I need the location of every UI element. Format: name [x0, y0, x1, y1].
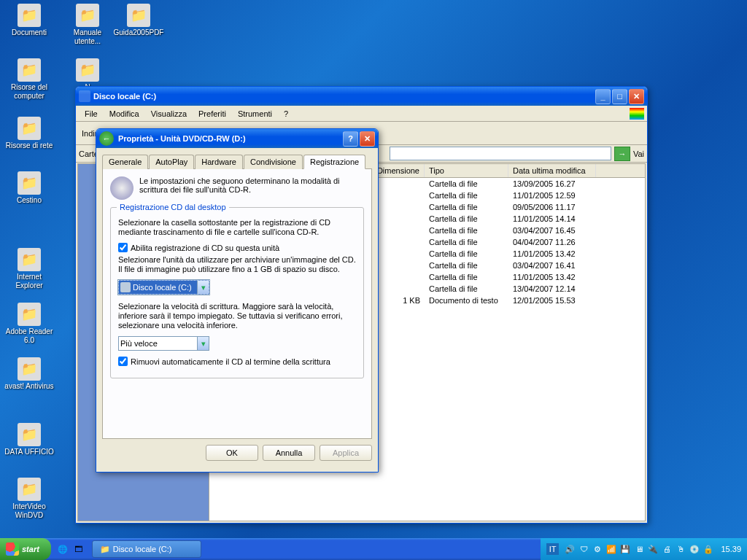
instruction-1: Selezionare la casella sottostante per l… [118, 218, 356, 237]
desktop-icon[interactable]: 📁Cestino [4, 171, 55, 205]
menu-favorites[interactable]: Preferiti [193, 108, 232, 120]
tray-icon[interactable]: 🔒 [703, 543, 714, 555]
tab-condivisione[interactable]: Condivisione [244, 155, 303, 169]
auto-eject-label: Rimuovi automaticamente il CD al termine… [131, 357, 330, 366]
desktop-icon[interactable]: 📁Risorse di rete [4, 117, 55, 150]
explorer-titlebar[interactable]: Disco locale (C:) _ □ ✕ [76, 87, 647, 106]
tab-generale[interactable]: Generale [102, 155, 148, 169]
chevron-down-icon[interactable] [197, 281, 209, 294]
staging-drive-combo[interactable]: Disco locale (C:) [118, 280, 209, 295]
show-desktop-icon[interactable]: 🗔 [71, 541, 86, 557]
auto-eject-checkbox[interactable]: Rimuovi automaticamente il CD al termine… [118, 357, 356, 366]
props-close-button[interactable]: ✕ [360, 131, 375, 147]
ie-icon[interactable]: 🌐 [55, 541, 70, 557]
go-label: Vai [633, 149, 644, 158]
auto-eject-input[interactable] [118, 357, 128, 366]
desktop-icon[interactable]: 📁Internet Explorer [4, 248, 55, 290]
tray-icon[interactable]: 🖥 [633, 543, 645, 555]
minimize-button[interactable]: _ [595, 89, 611, 104]
app-icon: 📁 [18, 303, 41, 326]
icon-label: Guida2005PDF [113, 28, 164, 37]
icon-label: Documenti [4, 28, 55, 37]
write-speed-combo[interactable]: Più veloce [118, 336, 209, 351]
start-label: start [22, 545, 39, 553]
tray-icon[interactable]: ⚙ [592, 543, 603, 555]
cell-type: Cartella di file [425, 237, 508, 247]
col-type[interactable]: Tipo [425, 164, 508, 177]
tray-icon[interactable]: 🖨 [661, 543, 673, 555]
props-titlebar[interactable]: ← Proprietà - Unità DVD/CD-RW (D:) ? ✕ [96, 129, 378, 148]
app-icon: 📁 [127, 4, 150, 27]
icon-label: DATA UFFICIO [4, 448, 55, 456]
icon-label: Internet Explorer [4, 273, 55, 290]
desktop-icon[interactable]: 📁avast! Antivirus [4, 357, 55, 391]
tray-icon[interactable]: 🖱 [675, 543, 686, 555]
desktop-icon[interactable]: 📁Adobe Reader 6.0 [4, 303, 55, 345]
ok-button[interactable]: OK [206, 445, 258, 461]
cancel-button[interactable]: Annulla [263, 445, 315, 461]
system-tray: IT 🔊 🛡 ⚙ 📶 💾 🖥 🔌 🖨 🖱 💿 🔒 15.39 [541, 538, 747, 560]
cell-date: 11/01/2005 13.42 [508, 249, 596, 259]
enable-recording-label: Abilita registrazione di CD su questa un… [131, 244, 279, 252]
menu-help[interactable]: ? [278, 108, 294, 120]
close-button[interactable]: ✕ [629, 89, 644, 104]
col-date[interactable]: Data ultima modifica [508, 164, 596, 177]
cell-type: Cartella di file [425, 260, 508, 271]
taskbar: start 🌐 🗔 📁 Disco locale (C:) IT 🔊 🛡 ⚙ 📶… [0, 538, 747, 560]
tab-hardware[interactable]: Hardware [195, 155, 243, 169]
desktop: 📁Documenti📁Manuale utente...📁Guida2005PD… [0, 0, 747, 538]
cell-type: Cartella di file [425, 249, 508, 259]
app-icon: 📁 [18, 357, 41, 381]
desktop-icon[interactable]: 📁DATA UFFICIO [4, 423, 55, 456]
desktop-icon[interactable]: 📁Documenti [4, 4, 55, 37]
tray-icon[interactable]: 🔊 [564, 543, 576, 555]
app-icon: 📁 [18, 478, 41, 501]
tab-autoplay[interactable]: AutoPlay [149, 155, 194, 169]
cell-date: 11/01/2005 12.59 [508, 190, 596, 201]
app-icon: 📁 [18, 58, 41, 82]
enable-recording-input[interactable] [118, 243, 128, 252]
staging-drive-value: Disco locale (C:) [133, 283, 192, 292]
address-input[interactable] [390, 147, 611, 160]
go-button[interactable]: → [614, 147, 630, 161]
icon-label: InterVideo WinDVD [4, 502, 55, 520]
tray-icon[interactable]: 📶 [605, 543, 617, 555]
desktop-icon[interactable]: 📁InterVideo WinDVD [4, 478, 55, 520]
props-title: Proprietà - Unità DVD/CD-RW (D:) [118, 134, 246, 143]
back-button[interactable]: ← [99, 131, 114, 146]
desktop-icon[interactable]: 📁Guida2005PDF [113, 4, 164, 37]
cell-date: 03/04/2007 16.41 [508, 260, 596, 271]
folder-icon: 📁 [100, 545, 110, 554]
language-indicator[interactable]: IT [546, 543, 560, 555]
properties-dialog: ← Proprietà - Unità DVD/CD-RW (D:) ? ✕ G… [96, 128, 379, 472]
tray-icon[interactable]: 🔌 [647, 543, 659, 555]
explorer-title: Disco locale (C:) [93, 92, 156, 101]
start-button[interactable]: start [0, 538, 51, 560]
intro-text: Le impostazioni che seguono determinano … [139, 176, 364, 200]
drive-icon [79, 90, 90, 102]
taskbar-task-explorer[interactable]: 📁 Disco locale (C:) [92, 540, 201, 558]
maximize-button[interactable]: □ [612, 89, 627, 104]
cell-type: Cartella di file [425, 179, 508, 189]
tray-icon[interactable]: 💾 [619, 543, 631, 555]
tray-icon[interactable]: 💿 [689, 543, 700, 555]
clock[interactable]: 15.39 [721, 545, 741, 553]
cell-date: 13/04/2007 12.14 [508, 284, 596, 294]
menu-tools[interactable]: Strumenti [232, 108, 278, 120]
app-icon: 📁 [76, 4, 99, 27]
desktop-icon[interactable]: 📁Manuale utente... [62, 4, 113, 46]
tab-pane-registrazione: Le impostazioni che seguono determinano … [102, 169, 372, 439]
menu-view[interactable]: Visualizza [145, 108, 193, 120]
chevron-down-icon[interactable] [197, 337, 209, 350]
windows-flag-icon [630, 108, 644, 120]
cell-type: Cartella di file [425, 225, 508, 236]
tray-icon[interactable]: 🛡 [578, 543, 589, 555]
enable-recording-checkbox[interactable]: Abilita registrazione di CD su questa un… [118, 243, 356, 252]
menu-edit[interactable]: Modifica [104, 108, 145, 120]
cell-date: 09/05/2006 11.17 [508, 202, 596, 212]
tab-registrazione[interactable]: Registrazione [303, 155, 365, 169]
desktop-icon[interactable]: 📁Risorse del computer [4, 58, 55, 101]
tab-strip: GeneraleAutoPlayHardwareCondivisioneRegi… [102, 154, 372, 169]
menu-file[interactable]: File [79, 108, 104, 120]
help-button[interactable]: ? [343, 131, 358, 147]
